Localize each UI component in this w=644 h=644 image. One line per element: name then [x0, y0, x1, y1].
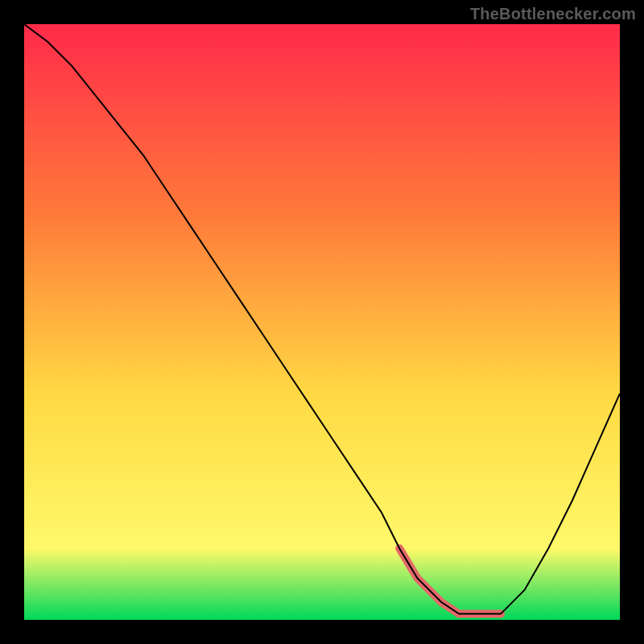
bottleneck-chart [24, 24, 620, 620]
watermark-text: TheBottlenecker.com [470, 5, 636, 23]
gradient-background [24, 24, 620, 620]
chart-container: TheBottlenecker.com [0, 0, 644, 644]
